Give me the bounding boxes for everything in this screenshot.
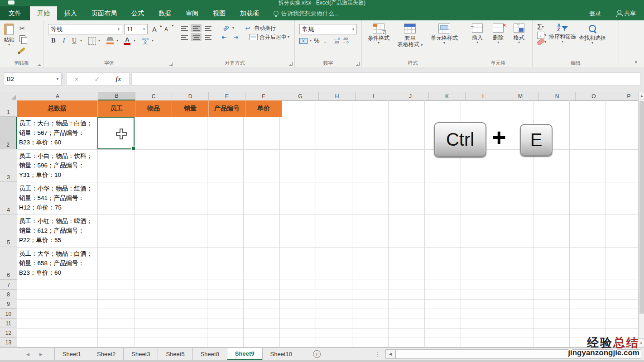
row-header-5[interactable]: 5: [0, 214, 17, 247]
fill-color-button[interactable]: [105, 36, 115, 45]
sheet-tab-sheet8[interactable]: Sheet8: [192, 348, 227, 360]
underline-button[interactable]: U: [70, 36, 79, 45]
copy-button[interactable]: [17, 34, 27, 43]
sheet-tab-sheet3[interactable]: Sheet3: [123, 348, 158, 360]
tab-formulas[interactable]: 公式: [124, 6, 151, 20]
cell-A3[interactable]: 员工：小白；物品：饮料；销量：596；产品编号：Y31；单价：10: [17, 149, 97, 182]
name-box-caret[interactable]: ▾: [57, 77, 58, 81]
col-header-C[interactable]: C: [135, 92, 172, 100]
sheet-tab-sheet1[interactable]: Sheet1: [54, 348, 89, 360]
cell-A1[interactable]: 总数据: [17, 100, 98, 117]
hscroll-left-arrow[interactable]: ◀: [385, 349, 395, 359]
orientation-caret[interactable]: ▾: [232, 26, 234, 30]
merge-center-caret[interactable]: ▾: [288, 35, 289, 39]
tab-home[interactable]: 开始: [30, 6, 57, 20]
col-header-A[interactable]: A: [17, 92, 98, 100]
merge-center-icon-btn[interactable]: [248, 33, 259, 41]
currency-caret[interactable]: ▾: [310, 39, 312, 43]
cell-A5[interactable]: 员工：小红；物品：啤酒；销量：612；产品编号：P22；单价：55: [17, 214, 97, 247]
underline-caret[interactable]: ▾: [80, 39, 82, 43]
vertical-scrollbar[interactable]: ▲ ▼: [639, 92, 644, 348]
sheet-tab-sheet2[interactable]: Sheet2: [89, 348, 123, 360]
number-dialog-launcher[interactable]: [356, 62, 360, 66]
col-header-I[interactable]: I: [356, 92, 392, 100]
decrease-font-button[interactable]: A: [161, 25, 171, 34]
col-header-E[interactable]: E: [209, 92, 245, 100]
cut-button[interactable]: ✂: [17, 24, 27, 33]
dropdown-caret[interactable]: ▾: [8, 43, 10, 47]
col-header-L[interactable]: L: [466, 92, 502, 100]
align-top-button[interactable]: [179, 24, 190, 32]
number-format-select[interactable]: 常规 ▾: [299, 24, 357, 34]
name-box[interactable]: B2 ▾: [4, 72, 62, 86]
row-header-3[interactable]: 3: [0, 149, 17, 182]
decrease-decimal-button[interactable]: .00 →.0: [342, 37, 349, 44]
row-header-12[interactable]: 12: [0, 328, 17, 338]
phonetic-caret[interactable]: ▾: [152, 39, 154, 43]
sign-in-button[interactable]: 登录: [581, 10, 609, 18]
sheet-tab-sheet5[interactable]: Sheet5: [158, 348, 192, 360]
font-color-caret[interactable]: ▾: [134, 39, 135, 43]
increase-font-button[interactable]: A: [149, 25, 159, 34]
vertical-scroll-thumb[interactable]: [639, 101, 644, 314]
font-name-select[interactable]: 等线 ▾: [48, 24, 122, 34]
paste-button[interactable]: 粘贴 ▾: [4, 20, 14, 53]
insert-function-button[interactable]: fx: [116, 76, 121, 83]
autosum-button[interactable]: Σ ▾: [537, 24, 546, 31]
col-header-H[interactable]: H: [319, 92, 356, 100]
share-button[interactable]: 共享: [609, 10, 644, 18]
fill-handle[interactable]: [131, 146, 135, 150]
increase-indent-button[interactable]: ⇥: [231, 33, 241, 41]
select-all-corner[interactable]: [0, 92, 17, 100]
cell-A2[interactable]: 员工：大白；物品：白酒；销量：567；产品编号：B23；单价：60: [17, 117, 97, 149]
col-header-M[interactable]: M: [502, 92, 539, 100]
cell-A6[interactable]: 员工：大华；物品：白酒；销量：658；产品编号：B23；单价：60: [17, 247, 97, 280]
tab-page-layout[interactable]: 页面布局: [84, 6, 124, 20]
tabbar-splitter[interactable]: ⋮: [375, 351, 380, 357]
bold-button[interactable]: B: [49, 36, 58, 45]
cell-E1[interactable]: 产品编号: [209, 100, 245, 117]
cell-B1[interactable]: 员工: [98, 100, 135, 117]
tab-file[interactable]: 文件: [0, 6, 30, 20]
tab-addins[interactable]: 加载项: [233, 6, 266, 20]
tab-view[interactable]: 视图: [206, 6, 233, 20]
row-header-7[interactable]: 7: [0, 280, 17, 290]
borders-caret[interactable]: ▾: [98, 39, 100, 43]
find-select-button[interactable]: 查找和选择 ▾: [579, 20, 606, 45]
cell-D1[interactable]: 销量: [172, 100, 209, 117]
col-header-G[interactable]: G: [282, 92, 319, 100]
row-header-8[interactable]: 8: [0, 290, 17, 299]
sheet-tab-sheet10[interactable]: Sheet10: [262, 348, 300, 360]
row-header-10[interactable]: 10: [0, 309, 17, 319]
font-dialog-launcher[interactable]: [169, 62, 173, 66]
scroll-up-arrow[interactable]: ▲: [639, 92, 644, 100]
sheet-tab-sheet9-active[interactable]: Sheet9: [227, 348, 262, 360]
align-center-button[interactable]: [191, 33, 202, 41]
col-header-O[interactable]: O: [576, 92, 612, 100]
borders-button[interactable]: [87, 36, 97, 45]
tab-review[interactable]: 审阅: [178, 6, 206, 20]
enter-button[interactable]: ✓: [94, 76, 100, 83]
align-right-button[interactable]: [202, 33, 213, 41]
wrap-text-button[interactable]: 自动换行: [254, 24, 276, 32]
collapse-ribbon-button[interactable]: ∧: [634, 59, 638, 64]
italic-button[interactable]: I: [59, 36, 68, 45]
col-header-N[interactable]: N: [539, 92, 576, 100]
row-header-6[interactable]: 6: [0, 247, 17, 280]
align-left-button[interactable]: [179, 33, 190, 41]
sort-filter-button[interactable]: AZ 排序和筛选 ▾: [549, 20, 576, 45]
tell-me-box[interactable]: 告诉我您想要做什么...: [274, 6, 339, 20]
tab-insert[interactable]: 插入: [57, 6, 84, 20]
fill-button[interactable]: ↓ ▾: [537, 32, 546, 39]
merge-center-button[interactable]: 合并后居中: [260, 33, 287, 41]
col-header-J[interactable]: J: [392, 92, 429, 100]
wrap-text-icon-btn[interactable]: ↩: [242, 24, 253, 32]
align-middle-button[interactable]: [191, 24, 202, 32]
row-header-11[interactable]: 11: [0, 319, 17, 328]
sheet-nav-prev[interactable]: ◀: [26, 352, 29, 357]
row-header-9[interactable]: 9: [0, 299, 17, 309]
row-header-2[interactable]: 2: [0, 117, 17, 149]
row-header-13[interactable]: 13: [0, 338, 17, 347]
phonetic-button[interactable]: wén 文: [140, 36, 150, 45]
new-sheet-button[interactable]: +: [313, 350, 321, 358]
